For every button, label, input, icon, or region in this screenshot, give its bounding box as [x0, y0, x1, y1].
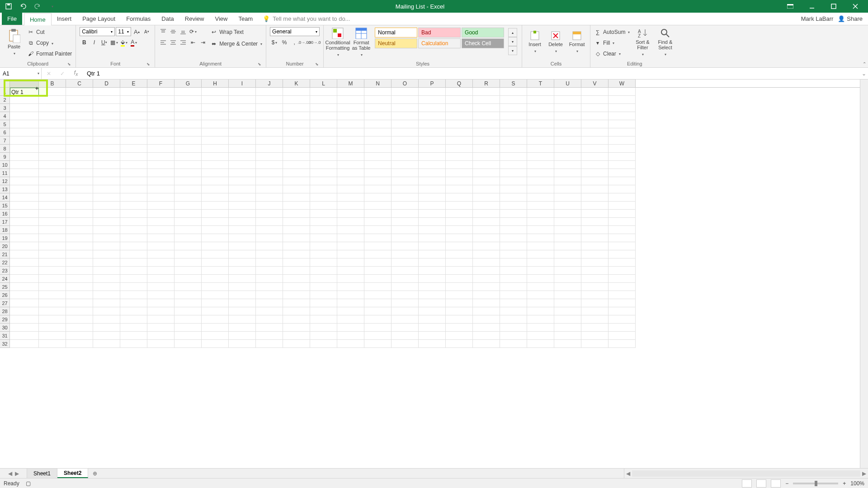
cell[interactable] [609, 136, 636, 145]
cell[interactable] [609, 169, 636, 177]
cell[interactable] [10, 250, 39, 258]
sheet-nav-prev-icon[interactable]: ◀ [8, 470, 12, 477]
cell[interactable] [310, 128, 337, 136]
cell[interactable] [256, 299, 283, 307]
select-all-button[interactable] [0, 80, 10, 87]
cell[interactable] [256, 128, 283, 136]
cell[interactable] [364, 153, 392, 161]
cell[interactable] [581, 315, 609, 324]
cell[interactable] [147, 283, 175, 291]
cell[interactable] [120, 136, 147, 145]
grow-font-button[interactable]: A▴ [132, 27, 141, 36]
share-button[interactable]: 👤 Share [838, 15, 863, 22]
cell[interactable] [147, 218, 175, 226]
cell[interactable] [554, 299, 581, 307]
cell[interactable] [527, 112, 554, 120]
cell[interactable] [609, 315, 636, 324]
cell[interactable] [66, 153, 93, 161]
collapse-ribbon-icon[interactable]: ⌃ [863, 61, 866, 66]
cell[interactable] [10, 161, 39, 169]
cell[interactable] [310, 226, 337, 234]
cell[interactable] [364, 291, 392, 299]
cell[interactable] [527, 324, 554, 332]
cell[interactable] [500, 283, 527, 291]
cell[interactable] [337, 104, 364, 112]
cell[interactable] [337, 340, 364, 348]
cell[interactable] [473, 226, 500, 234]
cell[interactable] [39, 218, 66, 226]
cell-style-calculation[interactable]: Calculation [418, 38, 461, 48]
cell[interactable] [229, 340, 256, 348]
cell[interactable] [446, 210, 473, 218]
cell[interactable] [609, 88, 636, 96]
cell[interactable] [310, 169, 337, 177]
cell[interactable] [419, 104, 446, 112]
row-header[interactable]: 9 [0, 153, 10, 161]
cell[interactable] [310, 299, 337, 307]
cell[interactable] [581, 267, 609, 275]
col-header[interactable]: G [175, 80, 202, 87]
cell[interactable] [66, 242, 93, 250]
cell[interactable] [175, 96, 202, 104]
cell[interactable] [554, 177, 581, 185]
cell[interactable] [283, 88, 310, 96]
formula-bar[interactable]: Qtr 1 [83, 68, 860, 79]
cell[interactable] [229, 145, 256, 153]
styles-scroll-down[interactable]: ▾ [508, 37, 517, 46]
cell[interactable] [283, 161, 310, 169]
cell[interactable] [202, 96, 229, 104]
cell[interactable] [581, 88, 609, 96]
cell[interactable] [229, 177, 256, 185]
cell[interactable] [256, 226, 283, 234]
cell[interactable] [609, 332, 636, 340]
cell[interactable] [392, 161, 419, 169]
cell[interactable] [554, 112, 581, 120]
cell[interactable] [500, 291, 527, 299]
cell[interactable] [446, 185, 473, 193]
cell[interactable] [93, 112, 120, 120]
cell[interactable] [66, 202, 93, 210]
tab-page-layout[interactable]: Page Layout [77, 13, 121, 25]
cell[interactable] [527, 120, 554, 128]
cell[interactable] [527, 340, 554, 348]
cell[interactable] [229, 136, 256, 145]
cell[interactable] [554, 145, 581, 153]
cell[interactable] [446, 177, 473, 185]
cell[interactable] [175, 275, 202, 283]
cell[interactable] [473, 283, 500, 291]
cell[interactable] [392, 153, 419, 161]
cell[interactable] [120, 299, 147, 307]
cell[interactable] [473, 128, 500, 136]
cell[interactable] [39, 242, 66, 250]
cell[interactable] [10, 242, 39, 250]
cell[interactable] [554, 128, 581, 136]
cell[interactable] [337, 136, 364, 145]
row-header[interactable]: 32 [0, 340, 10, 348]
cell[interactable] [147, 104, 175, 112]
cell[interactable] [581, 226, 609, 234]
cell[interactable] [93, 242, 120, 250]
cell[interactable] [310, 218, 337, 226]
dialog-launcher-icon[interactable]: ⬊ [146, 62, 150, 66]
cell[interactable] [500, 324, 527, 332]
cell[interactable] [256, 332, 283, 340]
cell[interactable] [392, 258, 419, 267]
tab-formulas[interactable]: Formulas [121, 13, 156, 25]
cell[interactable] [39, 96, 66, 104]
cell-style-neutral[interactable]: Neutral [375, 38, 417, 48]
col-header[interactable]: S [500, 80, 527, 87]
cell[interactable] [147, 177, 175, 185]
cell[interactable] [120, 226, 147, 234]
row-header[interactable]: 29 [0, 315, 10, 324]
cell[interactable] [120, 169, 147, 177]
cell[interactable] [446, 169, 473, 177]
cell[interactable] [392, 283, 419, 291]
cell[interactable] [120, 185, 147, 193]
row-header[interactable]: 11 [0, 169, 10, 177]
cell[interactable] [446, 136, 473, 145]
cell[interactable] [446, 145, 473, 153]
font-name-combo[interactable]: Calibri▾ [80, 27, 115, 36]
cell[interactable] [39, 234, 66, 242]
cell[interactable] [581, 242, 609, 250]
cell[interactable] [337, 234, 364, 242]
